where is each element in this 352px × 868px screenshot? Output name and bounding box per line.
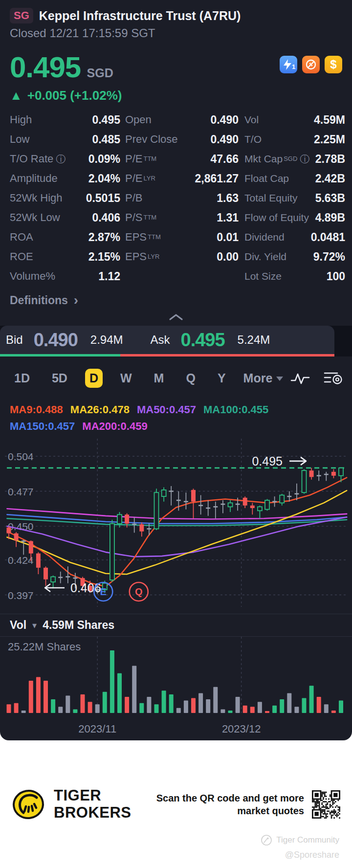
stat-row: P/STTM1.31 (125, 208, 239, 227)
tiger-logo (12, 788, 45, 821)
stat-row: 52Wk High0.5015 (10, 188, 120, 208)
stat-row: P/B1.63 (125, 188, 239, 208)
chevron-up-icon (168, 313, 184, 321)
bid-price: 0.490 (34, 330, 78, 351)
price-change: ▲ +0.005 (+1.02%) (10, 88, 122, 103)
stat-value: 0.485 (92, 133, 120, 146)
order-book[interactable]: Bid 0.490 2.94M Ask 0.495 5.24M (0, 326, 352, 356)
stat-value: 0.01 (217, 231, 239, 244)
stat-value: 2.25M (314, 133, 345, 146)
footer: TIGER BROKERS Scan the QR code and get m… (0, 740, 352, 860)
price-chart[interactable]: 0.5040.4770.4500.4240.3970.4950.406EQ (0, 435, 352, 611)
tab-w[interactable]: W (116, 369, 136, 388)
indicator-settings-icon[interactable] (323, 370, 344, 386)
stat-label: T/O (244, 134, 262, 145)
volume-chart[interactable]: 25.22M Shares2023/112023/12 (0, 637, 352, 740)
stat-label: Dividend (244, 231, 285, 243)
stat-row: Total Equity5.63B (244, 188, 345, 208)
stat-value: 1.63 (217, 192, 239, 205)
svg-text:2023/11: 2023/11 (78, 723, 116, 735)
collapse-toggle[interactable] (0, 310, 352, 326)
bid-label: Bid (6, 333, 23, 347)
stat-row: ROE2.15% (10, 247, 120, 267)
tab-1d[interactable]: 1D (10, 369, 34, 388)
tab-q[interactable]: Q (181, 369, 199, 388)
tab-5d[interactable]: 5D (47, 369, 72, 388)
stat-row: Flow of Equity4.89B (244, 208, 345, 227)
stat-row: T/O Rateⓘ0.09% (10, 149, 120, 169)
stat-label: EPSTTM (125, 231, 161, 244)
quick-actions: 1 $ (280, 56, 342, 73)
ma-legend-line2: MA150:0.457MA200:0.459 (10, 418, 342, 435)
price-section: 0.495 SGD ▲ +0.005 (+1.02%) 1 (0, 40, 352, 103)
stat-row: Low0.485 (10, 130, 120, 149)
ask-label: Ask (150, 333, 170, 347)
stat-value: 0.490 (210, 113, 239, 127)
tab-m[interactable]: M (150, 369, 169, 388)
more-tab[interactable]: More (243, 371, 284, 385)
dollar-icon[interactable]: $ (325, 56, 342, 73)
stat-row: Dividend0.0481 (244, 227, 345, 247)
ask-group: Ask 0.495 5.24M (150, 330, 270, 351)
stat-row: Volume%1.12 (10, 267, 120, 286)
stats-column-2: Open0.490Prev Close0.490P/ETTM47.66P/ELY… (125, 110, 239, 286)
stat-label: P/ELYR (125, 172, 155, 185)
more-label: More (243, 371, 273, 385)
stat-label: Low (10, 133, 29, 146)
stat-value: 2.78B (315, 153, 345, 166)
stat-value: 0.0481 (311, 231, 345, 244)
tab-d[interactable]: D (85, 369, 103, 388)
stat-row: Amplitude2.04% (10, 169, 120, 188)
volume-header[interactable]: Vol ▾ 4.59M Shares (0, 614, 352, 637)
stat-row: T/O2.25M (244, 130, 345, 149)
tab-y[interactable]: Y (213, 369, 230, 388)
ma-legend-item: MA100:0.455 (203, 403, 268, 416)
watermark-handle: @Sporeshare (285, 850, 339, 860)
ma-legend: MA9:0.488MA26:0.478MA50:0.457MA100:0.455… (0, 391, 352, 435)
stat-label: ROE (10, 250, 33, 263)
info-icon[interactable]: ⓘ (56, 154, 66, 164)
change-value: +0.005 (+1.02%) (27, 88, 122, 103)
ask-size: 5.24M (238, 333, 270, 347)
bid-size: 2.94M (90, 333, 123, 347)
line-chart-icon[interactable] (290, 370, 310, 386)
commission-free-icon[interactable] (302, 56, 320, 73)
stat-row: Open0.490 (125, 110, 239, 130)
stat-value: 0.490 (210, 133, 239, 146)
stats-column-1: High0.495Low0.485T/O Rateⓘ0.09%Amplitude… (10, 110, 120, 286)
bid-ask-card[interactable]: Bid 0.490 2.94M Ask 0.495 5.24M (0, 326, 334, 354)
flash-order-icon[interactable]: 1 (280, 56, 297, 73)
stat-value: 2.42B (315, 172, 345, 185)
ma-legend-item: MA150:0.457 (10, 420, 75, 432)
stat-value: 4.59M (314, 113, 345, 127)
stat-label: Volume% (10, 270, 55, 283)
app-screen: SG Keppel Infrastructure Trust (A7RU) Cl… (0, 0, 352, 868)
stat-label: Div. Yield (244, 251, 286, 263)
stat-label: Total Equity (244, 192, 298, 204)
stat-value: 0.495 (92, 113, 120, 127)
stat-label: Open (125, 113, 152, 126)
stat-value: 2.15% (88, 250, 120, 264)
watermark-community: Tiger Community (261, 834, 339, 846)
stat-row: Prev Close0.490 (125, 130, 239, 149)
stat-row: ROA2.87% (10, 227, 120, 247)
watermark: Tiger Community @Sporeshare (12, 834, 340, 860)
flash-badge: 1 (292, 63, 295, 70)
definitions-label: Definitions (10, 294, 68, 307)
stat-row: Vol4.59M (244, 110, 345, 130)
stat-row: High0.495 (10, 110, 120, 130)
stock-title: Keppel Infrastructure Trust (A7RU) (39, 9, 241, 23)
ma-legend-item: MA50:0.457 (137, 403, 196, 416)
stat-label: Flow of Equity (244, 212, 309, 223)
stat-label: Float Cap (244, 173, 289, 184)
stat-label: P/ETTM (125, 153, 156, 165)
svg-text:0.504: 0.504 (8, 451, 34, 462)
stat-label: P/STTM (125, 211, 156, 224)
up-arrow-icon: ▲ (10, 88, 22, 103)
ask-price: 0.495 (181, 330, 225, 351)
stat-value: 0.406 (92, 211, 120, 224)
definitions-link[interactable]: Definitions › (0, 286, 352, 310)
pen-circle-icon (261, 834, 272, 846)
bid-ratio-segment (0, 354, 120, 356)
info-icon[interactable]: ⓘ (300, 154, 309, 164)
